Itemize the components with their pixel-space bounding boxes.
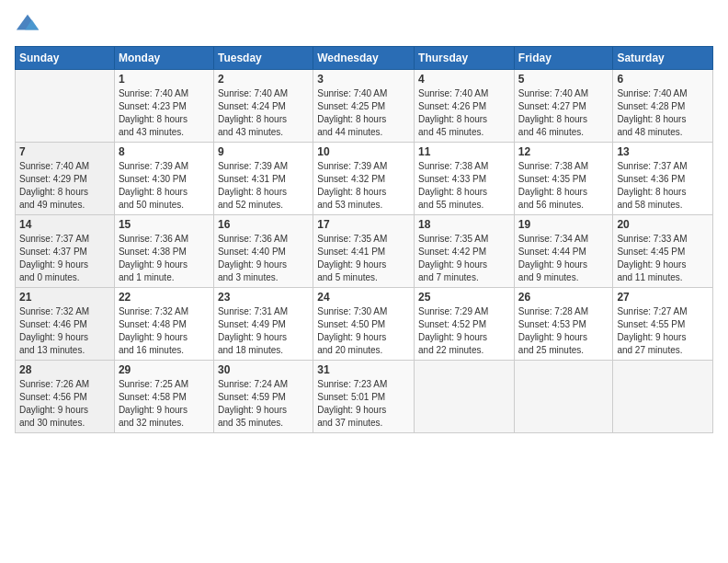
day-info: Sunrise: 7:37 AM Sunset: 4:37 PM Dayligh… — [19, 233, 110, 284]
weekday-header-saturday: Saturday — [613, 47, 713, 70]
day-number: 16 — [218, 218, 309, 231]
day-number: 8 — [119, 145, 210, 158]
day-number: 4 — [418, 73, 510, 86]
day-info: Sunrise: 7:28 AM Sunset: 4:53 PM Dayligh… — [518, 305, 609, 357]
day-info: Sunrise: 7:39 AM Sunset: 4:32 PM Dayligh… — [317, 160, 410, 212]
day-number: 17 — [317, 218, 410, 231]
day-info: Sunrise: 7:27 AM Sunset: 4:55 PM Dayligh… — [617, 305, 709, 357]
day-info: Sunrise: 7:40 AM Sunset: 4:23 PM Dayligh… — [119, 87, 210, 139]
calendar-cell: 4Sunrise: 7:40 AM Sunset: 4:26 PM Daylig… — [415, 70, 515, 143]
logo — [15, 11, 44, 37]
day-number: 15 — [119, 218, 210, 231]
day-number: 3 — [317, 73, 410, 86]
day-info: Sunrise: 7:40 AM Sunset: 4:24 PM Dayligh… — [218, 87, 309, 139]
calendar-cell: 31Sunrise: 7:23 AM Sunset: 5:01 PM Dayli… — [313, 361, 415, 433]
calendar-cell: 14Sunrise: 7:37 AM Sunset: 4:37 PM Dayli… — [16, 215, 115, 288]
day-info: Sunrise: 7:34 AM Sunset: 4:44 PM Dayligh… — [518, 233, 609, 284]
header — [15, 11, 713, 37]
day-number: 23 — [218, 291, 309, 304]
calendar-cell: 12Sunrise: 7:38 AM Sunset: 4:35 PM Dayli… — [514, 143, 613, 215]
calendar-cell — [613, 361, 713, 433]
calendar-cell — [514, 361, 613, 433]
day-number: 31 — [317, 363, 410, 376]
calendar-table: SundayMondayTuesdayWednesdayThursdayFrid… — [15, 46, 713, 433]
day-info: Sunrise: 7:40 AM Sunset: 4:28 PM Dayligh… — [617, 87, 709, 139]
day-info: Sunrise: 7:38 AM Sunset: 4:35 PM Dayligh… — [518, 160, 609, 212]
calendar-cell: 20Sunrise: 7:33 AM Sunset: 4:45 PM Dayli… — [613, 215, 713, 288]
calendar-cell: 29Sunrise: 7:25 AM Sunset: 4:58 PM Dayli… — [114, 361, 213, 433]
day-info: Sunrise: 7:39 AM Sunset: 4:31 PM Dayligh… — [218, 160, 309, 212]
day-number: 25 — [418, 291, 510, 304]
calendar-cell: 5Sunrise: 7:40 AM Sunset: 4:27 PM Daylig… — [514, 70, 613, 143]
calendar-week-row: 28Sunrise: 7:26 AM Sunset: 4:56 PM Dayli… — [16, 361, 713, 433]
day-info: Sunrise: 7:25 AM Sunset: 4:58 PM Dayligh… — [119, 378, 210, 430]
day-info: Sunrise: 7:32 AM Sunset: 4:48 PM Dayligh… — [119, 305, 210, 357]
day-info: Sunrise: 7:30 AM Sunset: 4:50 PM Dayligh… — [317, 305, 410, 357]
calendar-cell: 9Sunrise: 7:39 AM Sunset: 4:31 PM Daylig… — [213, 143, 313, 215]
day-number: 26 — [518, 291, 609, 304]
calendar-cell — [16, 70, 115, 143]
calendar-cell: 2Sunrise: 7:40 AM Sunset: 4:24 PM Daylig… — [213, 70, 313, 143]
day-info: Sunrise: 7:36 AM Sunset: 4:40 PM Dayligh… — [218, 233, 309, 284]
calendar-cell: 24Sunrise: 7:30 AM Sunset: 4:50 PM Dayli… — [313, 288, 415, 361]
weekday-header-wednesday: Wednesday — [313, 47, 415, 70]
day-number: 6 — [617, 73, 709, 86]
day-info: Sunrise: 7:33 AM Sunset: 4:45 PM Dayligh… — [617, 233, 709, 284]
day-info: Sunrise: 7:29 AM Sunset: 4:52 PM Dayligh… — [418, 305, 510, 357]
day-number: 2 — [218, 73, 309, 86]
day-number: 7 — [19, 145, 110, 158]
weekday-header-thursday: Thursday — [415, 47, 515, 70]
day-info: Sunrise: 7:32 AM Sunset: 4:46 PM Dayligh… — [19, 305, 110, 357]
day-info: Sunrise: 7:40 AM Sunset: 4:27 PM Dayligh… — [518, 87, 609, 139]
day-info: Sunrise: 7:38 AM Sunset: 4:33 PM Dayligh… — [418, 160, 510, 212]
calendar-cell: 13Sunrise: 7:37 AM Sunset: 4:36 PM Dayli… — [613, 143, 713, 215]
calendar-cell: 1Sunrise: 7:40 AM Sunset: 4:23 PM Daylig… — [114, 70, 213, 143]
day-number: 14 — [19, 218, 110, 231]
day-info: Sunrise: 7:40 AM Sunset: 4:25 PM Dayligh… — [317, 87, 410, 139]
weekday-header-sunday: Sunday — [16, 47, 115, 70]
day-info: Sunrise: 7:39 AM Sunset: 4:30 PM Dayligh… — [119, 160, 210, 212]
calendar-cell: 18Sunrise: 7:35 AM Sunset: 4:42 PM Dayli… — [415, 215, 515, 288]
day-number: 27 — [617, 291, 709, 304]
weekday-header-row: SundayMondayTuesdayWednesdayThursdayFrid… — [16, 47, 713, 70]
main-container: SundayMondayTuesdayWednesdayThursdayFrid… — [0, 0, 728, 563]
calendar-cell: 28Sunrise: 7:26 AM Sunset: 4:56 PM Dayli… — [16, 361, 115, 433]
calendar-cell: 10Sunrise: 7:39 AM Sunset: 4:32 PM Dayli… — [313, 143, 415, 215]
calendar-cell: 7Sunrise: 7:40 AM Sunset: 4:29 PM Daylig… — [16, 143, 115, 215]
day-info: Sunrise: 7:37 AM Sunset: 4:36 PM Dayligh… — [617, 160, 709, 212]
day-number: 19 — [518, 218, 609, 231]
calendar-cell: 3Sunrise: 7:40 AM Sunset: 4:25 PM Daylig… — [313, 70, 415, 143]
day-number: 11 — [418, 145, 510, 158]
calendar-cell: 6Sunrise: 7:40 AM Sunset: 4:28 PM Daylig… — [613, 70, 713, 143]
calendar-cell: 17Sunrise: 7:35 AM Sunset: 4:41 PM Dayli… — [313, 215, 415, 288]
weekday-header-monday: Monday — [114, 47, 213, 70]
day-number: 20 — [617, 218, 709, 231]
day-number: 30 — [218, 363, 309, 376]
logo-icon — [15, 11, 40, 37]
calendar-cell: 27Sunrise: 7:27 AM Sunset: 4:55 PM Dayli… — [613, 288, 713, 361]
calendar-cell: 19Sunrise: 7:34 AM Sunset: 4:44 PM Dayli… — [514, 215, 613, 288]
day-number: 24 — [317, 291, 410, 304]
calendar-cell — [415, 361, 515, 433]
calendar-cell: 25Sunrise: 7:29 AM Sunset: 4:52 PM Dayli… — [415, 288, 515, 361]
calendar-cell: 30Sunrise: 7:24 AM Sunset: 4:59 PM Dayli… — [213, 361, 313, 433]
day-info: Sunrise: 7:24 AM Sunset: 4:59 PM Dayligh… — [218, 378, 309, 430]
day-number: 18 — [418, 218, 510, 231]
calendar-week-row: 14Sunrise: 7:37 AM Sunset: 4:37 PM Dayli… — [16, 215, 713, 288]
day-info: Sunrise: 7:40 AM Sunset: 4:26 PM Dayligh… — [418, 87, 510, 139]
calendar-cell: 16Sunrise: 7:36 AM Sunset: 4:40 PM Dayli… — [213, 215, 313, 288]
day-number: 12 — [518, 145, 609, 158]
day-info: Sunrise: 7:35 AM Sunset: 4:42 PM Dayligh… — [418, 233, 510, 284]
calendar-cell: 11Sunrise: 7:38 AM Sunset: 4:33 PM Dayli… — [415, 143, 515, 215]
day-info: Sunrise: 7:35 AM Sunset: 4:41 PM Dayligh… — [317, 233, 410, 284]
day-number: 10 — [317, 145, 410, 158]
day-info: Sunrise: 7:26 AM Sunset: 4:56 PM Dayligh… — [19, 378, 110, 430]
day-number: 9 — [218, 145, 309, 158]
calendar-week-row: 7Sunrise: 7:40 AM Sunset: 4:29 PM Daylig… — [16, 143, 713, 215]
day-number: 21 — [19, 291, 110, 304]
calendar-week-row: 21Sunrise: 7:32 AM Sunset: 4:46 PM Dayli… — [16, 288, 713, 361]
day-number: 1 — [119, 73, 210, 86]
day-number: 5 — [518, 73, 609, 86]
day-number: 22 — [119, 291, 210, 304]
day-number: 28 — [19, 363, 110, 376]
